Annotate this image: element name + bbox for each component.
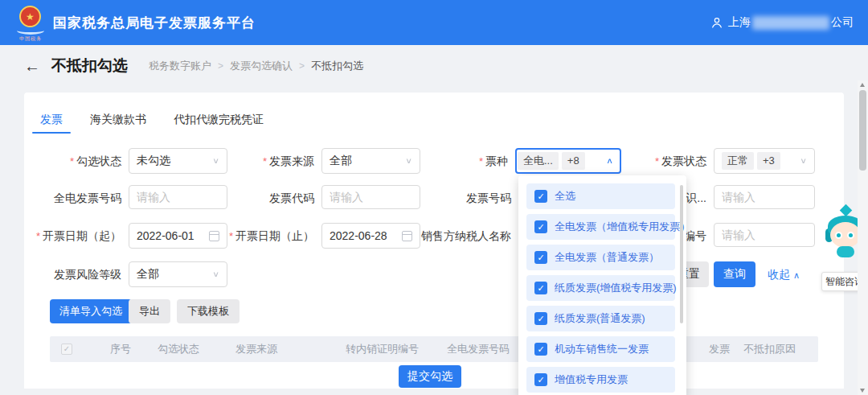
scrollbar-down-arrow-icon[interactable]: [860, 389, 865, 393]
breadcrumb-separator-icon: >: [218, 60, 223, 72]
invoice-code-input[interactable]: [321, 185, 420, 209]
page-title: 不抵扣勾选: [51, 56, 128, 76]
national-emblem-icon: ★: [19, 6, 41, 27]
check-status-select[interactable]: 未勾选 ∨: [129, 148, 227, 174]
col-digital-invoice-no: 全电发票号码: [447, 336, 510, 362]
screen: ★ 中国税务 国家税务总局电子发票服务平台 上海 公司 ← 不抵扣勾选 税务数字…: [0, 0, 868, 395]
taxpayer-id-input[interactable]: [714, 185, 815, 209]
col-no-deduct-reason: 不抵扣原因: [743, 336, 796, 362]
dropdown-option[interactable]: ✓ 全电发票（增值税专用发票）: [526, 214, 675, 240]
risk-level-field: 发票风险等级 全部 ∨: [129, 261, 227, 287]
breadcrumb-item[interactable]: 税务数字账户: [149, 59, 211, 73]
invoice-status-multiselect[interactable]: 正常 +3 ∨: [714, 148, 815, 174]
checkbox-checked-icon[interactable]: ✓: [534, 190, 547, 203]
tab-bar: 发票 海关缴款书 代扣代缴完税凭证: [40, 113, 264, 133]
mascot-eye: [847, 232, 854, 239]
invoice-status-count-tag: +3: [757, 152, 780, 170]
invoice-status-label: 发票状态: [655, 148, 706, 175]
seller-name-label: 销售方纳税人名称: [421, 223, 511, 249]
risk-level-select[interactable]: 全部 ∨: [129, 261, 227, 287]
checkbox-checked-icon[interactable]: ✓: [534, 373, 547, 386]
tab-invoice[interactable]: 发票: [40, 113, 63, 133]
scrollbar-up-arrow-icon[interactable]: [860, 83, 865, 87]
checkbox-checked-icon[interactable]: ✓: [534, 251, 547, 264]
breadcrumb: 税务数字账户 > 发票勾选确认 > 不抵扣勾选: [149, 59, 363, 73]
breadcrumb-current: 不抵扣勾选: [311, 59, 363, 73]
invoice-no-label: 发票号码: [466, 185, 511, 211]
tax-bureau-logo-icon: ★ 中国税务: [14, 4, 47, 41]
collapse-link[interactable]: 收起∧: [768, 261, 800, 287]
user-account[interactable]: 上海 公司: [710, 15, 854, 30]
logo-caption: 中国税务: [16, 35, 45, 43]
download-template-button[interactable]: 下载模板: [177, 299, 240, 323]
company-name-suffix: 公司: [831, 15, 854, 30]
col-invoice-source: 发票来源: [235, 336, 277, 362]
page-scrollbar[interactable]: [858, 80, 868, 395]
ticket-type-tag: 全电...: [518, 152, 559, 170]
doc-no-input[interactable]: [714, 223, 815, 247]
date-start-field: 开票日期（起） 2022-06-01: [129, 223, 227, 249]
invoice-code-label: 发票代码: [269, 185, 314, 211]
dropdown-option[interactable]: ✓ 机动车销售统一发票: [526, 336, 675, 362]
page-header: ← 不抵扣勾选 税务数字账户 > 发票勾选确认 > 不抵扣勾选: [0, 45, 868, 87]
dropdown-option-label: 全选: [555, 189, 575, 204]
dropdown-scrollbar[interactable]: [680, 185, 683, 323]
back-arrow-icon[interactable]: ←: [24, 58, 40, 74]
check-status-field: 勾选状态 未勾选 ∨: [129, 148, 227, 174]
scrollbar-thumb[interactable]: [859, 90, 866, 171]
dropdown-option[interactable]: ✓ 增值税专用发票: [526, 367, 675, 393]
dropdown-option-label: 增值税专用发票: [555, 372, 628, 387]
taxpayer-id-label: 识...: [686, 185, 706, 211]
invoice-code-field: 发票代码: [321, 185, 420, 211]
export-button[interactable]: 导出: [129, 299, 170, 323]
chevron-down-icon: ∨: [212, 270, 219, 278]
check-status-value: 未勾选: [137, 154, 170, 168]
date-start-value: 2022-06-01: [137, 229, 194, 242]
ticket-type-label: 票种: [479, 148, 508, 175]
tab-customs-payment[interactable]: 海关缴款书: [90, 113, 146, 133]
chevron-down-icon: ∨: [800, 156, 807, 165]
date-start-label: 开票日期（起）: [36, 223, 121, 249]
app-title: 国家税务总局电子发票服务平台: [53, 14, 256, 32]
checkbox-checked-icon[interactable]: ✓: [534, 220, 547, 233]
invoice-source-field: 发票来源 全部 ∨: [321, 148, 420, 174]
date-end-picker[interactable]: 2022-06-28: [321, 223, 420, 249]
digital-invoice-no-input[interactable]: [129, 185, 227, 209]
dropdown-option[interactable]: ✓ 纸质发票(增值税专用发票): [526, 275, 675, 301]
ticket-type-multiselect[interactable]: 全电... +8 ∧: [515, 148, 621, 174]
invoice-status-field: 发票状态 正常 +3 ∨: [714, 148, 815, 174]
doc-no-field: 编号: [714, 223, 815, 249]
dropdown-option-label: 机动车销售统一发票: [555, 342, 649, 356]
calendar-icon: [402, 231, 412, 241]
mascot-body: [837, 246, 854, 257]
query-button[interactable]: 查询: [714, 261, 755, 287]
date-start-picker[interactable]: 2022-06-01: [129, 223, 227, 249]
invoice-source-value: 全部: [330, 154, 352, 168]
tab-withholding-tax-certificate[interactable]: 代扣代缴完税凭证: [174, 113, 264, 133]
col-invoice: 发票: [709, 336, 730, 362]
collapse-label: 收起: [768, 268, 790, 281]
invoice-source-label: 发票来源: [263, 148, 314, 175]
checkbox-checked-icon[interactable]: ✓: [534, 312, 547, 325]
check-status-label: 勾选状态: [70, 148, 121, 175]
invoice-source-select[interactable]: 全部 ∨: [321, 148, 420, 174]
breadcrumb-item[interactable]: 发票勾选确认: [230, 59, 293, 73]
col-seq: 序号: [110, 336, 131, 362]
import-checklist-button[interactable]: 清单导入勾选: [50, 299, 132, 323]
mascot-antenna: [840, 204, 853, 217]
ticket-type-dropdown: ✓ 全选 ✓ 全电发票（增值税专用发票） ✓ 全电发票（普通发票） ✓ 纸质发票…: [518, 175, 686, 395]
dropdown-option-select-all[interactable]: ✓ 全选: [526, 183, 675, 209]
checkbox-checked-icon[interactable]: ✓: [534, 343, 547, 356]
digital-invoice-no-label: 全电发票号码: [54, 185, 121, 211]
chevron-up-icon: ∧: [606, 156, 613, 165]
submit-check-button[interactable]: 提交勾选: [399, 365, 461, 388]
logo-swoosh: [17, 27, 44, 35]
app-header: ★ 中国税务 国家税务总局电子发票服务平台 上海 公司: [0, 0, 868, 45]
risk-level-value: 全部: [137, 267, 159, 282]
ticket-type-count-tag: +8: [562, 152, 585, 170]
checkbox-checked-icon[interactable]: ✓: [534, 282, 547, 294]
select-all-checkbox[interactable]: ✓: [61, 344, 72, 355]
dropdown-option[interactable]: ✓ 全电发票（普通发票）: [526, 245, 675, 270]
dropdown-option-label: 纸质发票(普通发票): [555, 311, 645, 326]
dropdown-option[interactable]: ✓ 纸质发票(普通发票): [526, 306, 675, 331]
